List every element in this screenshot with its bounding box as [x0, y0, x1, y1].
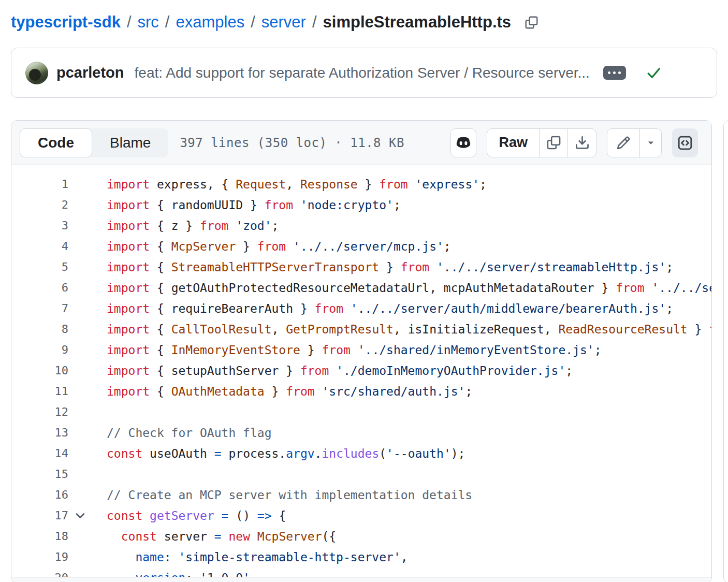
code-line: 13// Check for OAuth flag	[11, 423, 711, 443]
code-blame-toggle: CodeBlame	[20, 128, 168, 157]
code-text: import { randomUUID } from 'node:crypto'…	[107, 195, 711, 215]
code-text: import { setupAuthServer } from './demoI…	[107, 360, 711, 381]
code-line: 10import { setupAuthServer } from './dem…	[11, 360, 711, 381]
caret-down-icon	[645, 137, 657, 149]
fold-gutter	[68, 215, 92, 236]
line-number[interactable]: 4	[11, 236, 68, 257]
edit-dropdown-button[interactable]	[639, 129, 661, 157]
symbols-panel-button[interactable]	[672, 128, 698, 157]
line-number[interactable]: 15	[11, 464, 68, 485]
code-line: 17const getServer = () => {	[11, 505, 711, 526]
breadcrumb-separator: /	[251, 12, 255, 32]
code-line: 16// Create an MCP server with implement…	[11, 485, 711, 505]
file-header: CodeBlame 397 lines (350 loc) · 11.8 KB …	[11, 121, 711, 165]
breadcrumb-repo-link[interactable]: typescript-sdk	[11, 12, 121, 32]
line-number[interactable]: 14	[11, 443, 68, 464]
fold-gutter	[68, 423, 92, 443]
line-number[interactable]: 3	[11, 215, 68, 236]
code-line: 18 const server = new McpServer({	[11, 526, 711, 547]
code-text: import { requireBearerAuth } from '../..…	[107, 298, 711, 319]
fold-gutter	[68, 257, 92, 278]
copy-path-icon[interactable]	[525, 16, 538, 30]
horizontal-scrollbar[interactable]	[11, 577, 711, 582]
check-icon[interactable]	[646, 65, 662, 81]
code-symbols-icon	[677, 135, 693, 151]
line-number[interactable]: 19	[11, 547, 68, 568]
copy-icon	[546, 135, 561, 150]
copilot-icon	[456, 135, 471, 151]
fold-gutter	[68, 298, 92, 319]
code-line: 11import { OAuthMetadata } from 'src/sha…	[11, 381, 711, 402]
code-line: 9import { InMemoryEventStore } from '../…	[11, 340, 711, 360]
raw-button[interactable]: Raw	[487, 129, 539, 157]
edit-button[interactable]	[607, 129, 639, 157]
code-text: version: '1.0.0'	[107, 568, 711, 577]
code-text: import { CallToolResult, GetPromptResult…	[107, 319, 711, 340]
breadcrumb-item-examples[interactable]: examples	[176, 12, 244, 32]
download-button[interactable]	[567, 129, 596, 157]
line-number[interactable]: 2	[11, 195, 68, 215]
line-number[interactable]: 18	[11, 526, 68, 547]
tab-code[interactable]: Code	[20, 128, 92, 157]
code-text: import { getOAuthProtectedResourceMetada…	[107, 278, 711, 298]
breadcrumb-file-name: simpleStreamableHttp.ts	[323, 12, 512, 32]
line-number[interactable]: 20	[11, 568, 68, 577]
code-line: 8import { CallToolResult, GetPromptResul…	[11, 319, 711, 340]
breadcrumb: typescript-sdk/src/examples/server/simpl…	[0, 0, 728, 32]
line-number[interactable]: 1	[11, 174, 68, 195]
breadcrumb-separator: /	[127, 12, 132, 32]
copilot-button[interactable]	[450, 128, 476, 157]
commit-author[interactable]: pcarleton	[56, 64, 124, 81]
fold-gutter	[68, 402, 92, 423]
code-line: 1import express, { Request, Response } f…	[11, 174, 711, 195]
line-number[interactable]: 16	[11, 485, 68, 505]
commit-message[interactable]: feat: Add support for separate Authoriza…	[135, 65, 590, 81]
download-icon	[575, 135, 590, 150]
fold-gutter	[68, 195, 92, 215]
code-text: const useOAuth = process.argv.includes('…	[107, 443, 711, 464]
code-line: 5import { StreamableHTTPServerTransport …	[11, 257, 711, 278]
fold-gutter	[68, 174, 92, 195]
symbols-side-panel-edge	[723, 120, 728, 582]
breadcrumb-separator: /	[312, 12, 317, 32]
code-line: 7import { requireBearerAuth } from '../.…	[11, 298, 711, 319]
code-area[interactable]: 1import express, { Request, Response } f…	[11, 165, 711, 577]
code-text: const getServer = () => {	[107, 505, 711, 526]
line-number[interactable]: 13	[11, 423, 68, 443]
code-text: // Check for OAuth flag	[107, 423, 711, 443]
avatar[interactable]	[25, 62, 48, 84]
ellipsis-icon[interactable]	[603, 66, 626, 80]
chevron-down-icon[interactable]	[68, 505, 92, 526]
line-number[interactable]: 5	[11, 257, 68, 278]
code-text: // Create an MCP server with implementat…	[107, 485, 711, 505]
line-number[interactable]: 11	[11, 381, 68, 402]
code-text: import { InMemoryEventStore } from '../s…	[107, 340, 711, 360]
file-view-panel: CodeBlame 397 lines (350 loc) · 11.8 KB …	[11, 120, 712, 582]
line-number[interactable]: 8	[11, 319, 68, 340]
line-number[interactable]: 10	[11, 360, 68, 381]
fold-gutter	[68, 443, 92, 464]
code-line: 12	[11, 402, 711, 423]
code-line: 2import { randomUUID } from 'node:crypto…	[11, 195, 711, 215]
line-number[interactable]: 6	[11, 278, 68, 298]
code-text: import { McpServer } from '../../server/…	[107, 236, 711, 257]
line-number[interactable]: 9	[11, 340, 68, 360]
line-number[interactable]: 12	[11, 402, 68, 423]
code-text: name: 'simple-streamable-http-server',	[107, 547, 711, 568]
code-line: 4import { McpServer } from '../../server…	[11, 236, 711, 257]
code-text	[107, 464, 711, 485]
code-text: import { StreamableHTTPServerTransport }…	[107, 257, 711, 278]
breadcrumb-item-src[interactable]: src	[138, 12, 159, 32]
code-text: import express, { Request, Response } fr…	[107, 174, 711, 195]
line-number[interactable]: 17	[11, 505, 68, 526]
code-text	[107, 402, 711, 423]
fold-gutter	[68, 360, 92, 381]
line-number[interactable]: 7	[11, 298, 68, 319]
copy-file-button[interactable]	[539, 129, 567, 157]
code-text: import { OAuthMetadata } from 'src/share…	[107, 381, 711, 402]
breadcrumb-item-server[interactable]: server	[261, 12, 306, 32]
fold-gutter	[68, 236, 92, 257]
raw-copy-download-group: Raw	[487, 128, 596, 157]
tab-blame[interactable]: Blame	[92, 128, 168, 157]
code-line: 6import { getOAuthProtectedResourceMetad…	[11, 278, 711, 298]
